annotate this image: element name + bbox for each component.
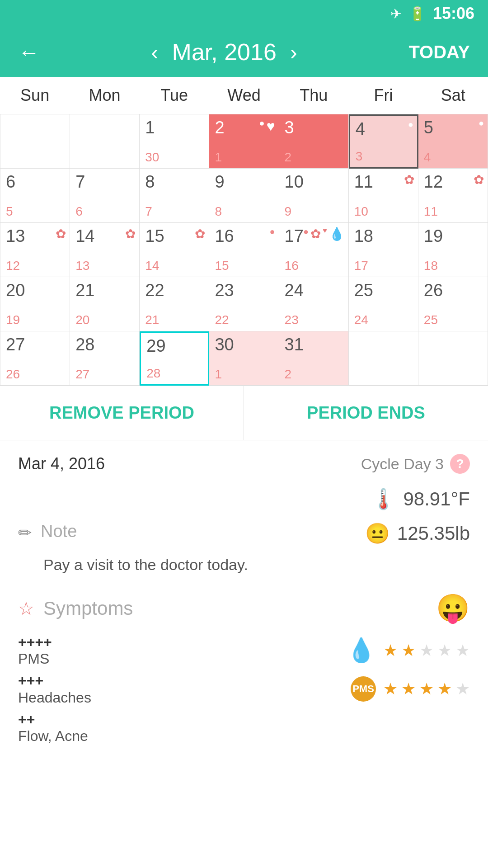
cal-sub-number: 22 [215, 313, 229, 327]
calendar-cell[interactable]: 2019 [0, 277, 70, 331]
day-headers: Sun Mon Tue Wed Thu Fri Sat [0, 77, 488, 114]
cal-day-number: 22 [145, 281, 164, 300]
day-header-mon: Mon [70, 77, 139, 114]
hstar-3: ★ [419, 679, 434, 698]
calendar-cell[interactable]: 109 [279, 169, 349, 223]
cal-icons-container: ●✿♥💧 [303, 226, 345, 241]
cal-day-number: 3 [285, 118, 294, 137]
drop-icon: 💧 [347, 637, 376, 664]
status-bar: ✈ 🔋 15:06 [0, 0, 488, 27]
calendar-cell[interactable]: 2928 [140, 331, 209, 386]
symptom-headaches-name: Headaches [18, 689, 91, 706]
calendar-cell[interactable]: 2524 [349, 277, 418, 331]
cal-day-number: 12 [424, 172, 443, 191]
calendar-cell[interactable]: 1615● [209, 223, 279, 277]
cal-sub-number: 1 [215, 367, 222, 382]
headaches-rating: PMS ★ ★ ★ ★ ★ [351, 676, 470, 702]
thermometer-icon: 🌡️ [371, 487, 396, 511]
calendar-cell[interactable]: 76 [70, 169, 140, 223]
calendar-cell[interactable]: 2827 [70, 331, 140, 386]
cal-day-number: 18 [354, 226, 373, 245]
cal-day-number: 31 [285, 335, 304, 354]
cal-sub-number: 17 [354, 259, 368, 273]
back-button[interactable]: ← [18, 40, 40, 65]
symptom-flow-plus: ++ [18, 711, 88, 728]
cal-sub-number: 18 [424, 259, 438, 273]
cal-day-number: 24 [285, 281, 304, 300]
cal-day-number: 7 [75, 172, 85, 191]
calendar-cell[interactable] [418, 331, 488, 386]
calendar-cell[interactable]: 2625 [418, 277, 488, 331]
temperature-value: 98.91°F [403, 488, 470, 510]
cal-sub-number: 30 [145, 150, 159, 165]
selected-date: Mar 4, 2016 [18, 454, 105, 473]
cal-day-number: 28 [75, 335, 94, 354]
pencil-icon[interactable]: ✏ [18, 524, 32, 542]
period-ends-button[interactable]: PERIOD ENDS [244, 386, 488, 440]
weight-value: 125.35lb [397, 523, 470, 544]
cal-day-number: 13 [6, 226, 25, 245]
today-button[interactable]: TODAY [408, 42, 470, 62]
day-header-sat: Sat [418, 77, 488, 114]
calendar-cell[interactable]: 1312✿ [0, 223, 70, 277]
cal-day-number: 5 [424, 118, 433, 137]
calendar-cell[interactable] [70, 114, 140, 169]
calendar-cell[interactable]: 301 [209, 331, 279, 386]
calendar-cell[interactable]: 1110✿ [349, 169, 418, 223]
calendar-cell[interactable]: 65 [0, 169, 70, 223]
calendar-cell[interactable]: 54● [418, 114, 488, 169]
calendar-cell[interactable]: 2423 [279, 277, 349, 331]
calendar-cell[interactable]: 1514✿ [140, 223, 209, 277]
calendar-cell[interactable]: 130 [140, 114, 209, 169]
calendar-cell[interactable]: 32 [279, 114, 349, 169]
calendar-cell[interactable]: 1211✿ [418, 169, 488, 223]
dot-white-icon: ● [408, 119, 413, 130]
star-outline-icon: ☆ [18, 598, 34, 619]
flower-icon: ✿ [56, 226, 66, 241]
cal-sub-number: 19 [6, 313, 20, 327]
calendar-cell[interactable]: 2322 [209, 277, 279, 331]
cal-day-number: 20 [6, 281, 25, 300]
calendar-cell[interactable]: 312 [279, 331, 349, 386]
cal-sub-number: 15 [215, 259, 229, 273]
cal-day-number: 14 [75, 226, 94, 245]
calendar-cell[interactable]: 1716●✿♥💧 [279, 223, 349, 277]
cal-sub-number: 13 [75, 259, 89, 273]
calendar-cell[interactable]: 98 [209, 169, 279, 223]
calendar-cell[interactable]: 87 [140, 169, 209, 223]
symptom-flow-name: Flow, Acne [18, 728, 88, 745]
note-row: ✏ Note 😐 125.35lb [18, 522, 470, 545]
cal-sub-number: 23 [285, 313, 299, 327]
remove-period-button[interactable]: REMOVE PERIOD [0, 386, 244, 440]
symptom-pms-row: ++++ PMS 💧 ★ ★ ★ ★ ★ [18, 633, 470, 667]
weight-display: 😐 125.35lb [365, 522, 470, 545]
month-navigation: ‹ Mar, 2016 › [151, 38, 297, 66]
prev-month-button[interactable]: ‹ [151, 40, 159, 65]
cal-day-number: 8 [145, 172, 155, 191]
period-action-buttons: REMOVE PERIOD PERIOD ENDS [0, 386, 488, 440]
next-month-button[interactable]: › [290, 40, 297, 65]
flower-icon: ✿ [474, 172, 484, 187]
calendar-cell[interactable] [0, 114, 70, 169]
cal-day-number: 1 [145, 118, 155, 137]
cal-sub-number: 5 [6, 204, 13, 219]
cycle-day-label: Cycle Day 3 [361, 455, 444, 473]
day-header-wed: Wed [209, 77, 279, 114]
cycle-info-button[interactable]: ? [450, 454, 470, 474]
calendar-cell[interactable]: 1413✿ [70, 223, 140, 277]
flower-icon: ✿ [310, 226, 321, 241]
cal-sub-number: 20 [75, 313, 89, 327]
cal-sub-number: 1 [215, 150, 222, 165]
cal-day-number: 10 [285, 172, 304, 191]
calendar-cell[interactable]: 2726 [0, 331, 70, 386]
calendar-cell[interactable]: 2120 [70, 277, 140, 331]
calendar-cell[interactable]: 21●♥ [209, 114, 279, 169]
dot-pink-icon: ● [269, 226, 275, 237]
cal-sub-number: 27 [75, 367, 89, 382]
calendar-cell[interactable]: 2221 [140, 277, 209, 331]
dot-white-icon: ● [259, 118, 264, 135]
calendar-cell[interactable]: 43● [349, 114, 418, 169]
calendar-cell[interactable]: 1817 [349, 223, 418, 277]
calendar-cell[interactable] [349, 331, 418, 386]
calendar-cell[interactable]: 1918 [418, 223, 488, 277]
